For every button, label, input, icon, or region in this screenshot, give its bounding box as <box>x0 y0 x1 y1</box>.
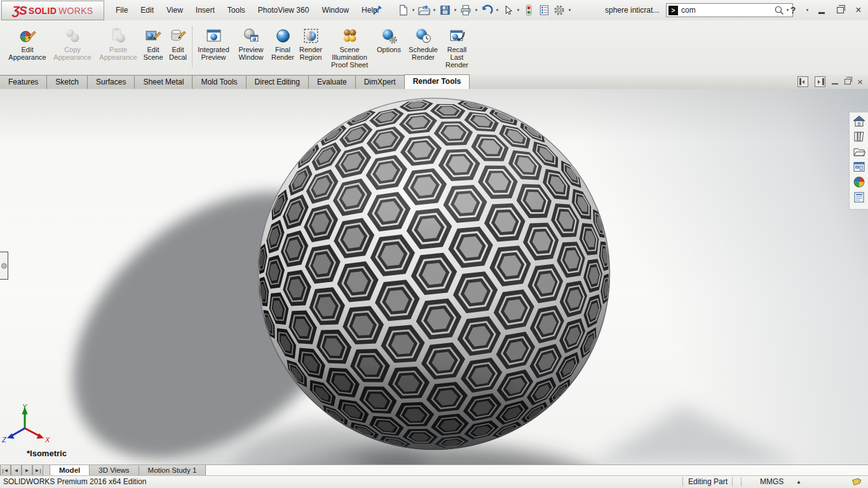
tab-nav-first-button[interactable]: |◄ <box>0 465 11 476</box>
tab-surfaces[interactable]: Surfaces <box>87 75 135 89</box>
button-label: Appearance <box>53 53 91 61</box>
options-button[interactable]: Options <box>374 24 404 53</box>
edit-decal-button[interactable]: Edit Decal <box>166 24 189 61</box>
doc-close-button[interactable]: × <box>857 78 863 86</box>
scene-illumination-proof-sheet-button[interactable]: Scene Illumination Proof Sheet <box>327 24 372 69</box>
new-dropdown-chevron[interactable]: ▾ <box>410 8 416 13</box>
help-dropdown-chevron[interactable]: ▾ <box>804 8 810 13</box>
button-label: Options <box>377 46 401 53</box>
print-dropdown-chevron[interactable]: ▾ <box>473 8 479 13</box>
search-input[interactable]: com <box>681 6 774 15</box>
button-label: Decal <box>169 53 187 61</box>
gear-dropdown-chevron[interactable]: ▾ <box>567 8 573 13</box>
view-palette-icon[interactable] <box>851 159 867 174</box>
recall-last-render-icon <box>449 24 466 46</box>
design-library-icon[interactable] <box>851 129 867 144</box>
tab-render-tools[interactable]: Render Tools <box>404 74 470 89</box>
search-commands-box[interactable]: > com ▾ <box>666 3 793 17</box>
menu-insert[interactable]: Insert <box>189 0 221 20</box>
button-label: Edit <box>147 46 159 53</box>
tab-sketch[interactable]: Sketch <box>46 75 88 89</box>
edit-decal-icon <box>170 24 187 46</box>
file-explorer-icon[interactable] <box>851 144 867 159</box>
tab-nav-next-button[interactable]: ► <box>22 465 32 476</box>
ribbon-separator <box>192 25 193 67</box>
button-label: Edit <box>172 46 184 53</box>
tab-sheet-metal[interactable]: Sheet Metal <box>134 75 193 89</box>
preview-window-button[interactable]: Preview Window <box>234 24 268 61</box>
command-manager-tabs: FeaturesSketchSurfacesSheet MetalMold To… <box>0 74 868 90</box>
schedule-render-icon <box>415 24 432 46</box>
solidworks-window: ƷS SOLIDWORKS File Edit View Insert Tool… <box>0 0 868 488</box>
restore-button[interactable] <box>833 4 847 17</box>
menu-window[interactable]: Window <box>315 0 355 20</box>
select-cursor-button[interactable] <box>501 3 515 17</box>
tab-nav-last-button[interactable]: ►| <box>32 465 43 476</box>
button-label: Preview <box>238 46 263 53</box>
xpert-options-icon[interactable] <box>537 3 551 17</box>
menu-photoview360[interactable]: PhotoView 360 <box>252 0 316 20</box>
viewport-canvas[interactable] <box>0 89 868 464</box>
close-button[interactable]: × <box>851 4 865 17</box>
custom-properties-icon[interactable] <box>851 190 867 205</box>
appearances-scenes-icon[interactable] <box>851 175 867 189</box>
tab-model[interactable]: Model <box>50 465 90 476</box>
tab-features[interactable]: Features <box>0 75 47 89</box>
collapse-left-pane-button[interactable] <box>797 76 808 87</box>
quick-toolbar: ▾ ▾ ▾ ▾ ▾ ▾ ▾ <box>395 2 573 18</box>
render-region-button[interactable]: Render Region <box>296 24 325 61</box>
doc-minimize-button[interactable] <box>832 83 838 85</box>
copy-appearance-icon <box>64 24 81 46</box>
minimize-button[interactable] <box>815 4 829 17</box>
tab-dimxpert[interactable]: DimXpert <box>355 75 405 89</box>
save-dropdown-chevron[interactable]: ▾ <box>452 8 458 13</box>
options-gear-icon[interactable] <box>552 3 566 17</box>
edit-scene-icon <box>145 24 162 46</box>
tab-mold-tools[interactable]: Mold Tools <box>192 75 246 89</box>
menu-tools[interactable]: Tools <box>221 0 252 20</box>
doc-restore-button[interactable] <box>844 79 851 85</box>
menu-file[interactable]: File <box>109 0 134 20</box>
pin-menu-icon[interactable] <box>372 4 383 16</box>
search-icon[interactable] <box>774 5 785 16</box>
menu-edit[interactable]: Edit <box>134 0 160 20</box>
final-render-button[interactable]: Final Render <box>269 24 296 61</box>
feature-tree-collapse-tab[interactable] <box>0 252 8 280</box>
title-bar: ƷS SOLIDWORKS File Edit View Insert Tool… <box>0 0 868 21</box>
edit-appearance-button[interactable]: Edit Appearance <box>6 24 48 61</box>
open-button[interactable] <box>417 3 431 17</box>
schedule-render-button[interactable]: Schedule Render <box>405 24 441 61</box>
button-label: Illumination <box>332 53 367 61</box>
undo-button[interactable] <box>480 3 494 17</box>
button-label: Paste <box>109 46 127 53</box>
logo-works-text: WORKS <box>58 6 93 16</box>
units-selector[interactable]: MMGS <box>760 476 783 488</box>
print-button[interactable] <box>459 3 473 17</box>
tag-icon[interactable] <box>851 477 862 488</box>
copy-appearance-button: Copy Appearance <box>50 24 95 61</box>
triad-y-label: Y <box>22 403 27 410</box>
units-dropdown-arrow[interactable]: ▲ <box>796 476 801 488</box>
save-button[interactable] <box>438 3 452 17</box>
integrated-preview-button[interactable]: Integrated Preview <box>194 24 233 61</box>
rebuild-traffic-light-icon[interactable] <box>522 3 536 17</box>
help-button[interactable]: ? <box>786 4 800 17</box>
tab-direct-editing[interactable]: Direct Editing <box>246 75 309 89</box>
select-dropdown-chevron[interactable]: ▾ <box>515 8 521 13</box>
button-label: Window <box>238 53 263 61</box>
tab-motion-study-1[interactable]: Motion Study 1 <box>139 465 207 476</box>
render-tools-ribbon: Edit Appearance Copy Appearance Paste Ap… <box>0 20 868 75</box>
new-document-button[interactable] <box>396 3 410 17</box>
undo-dropdown-chevron[interactable]: ▾ <box>494 8 500 13</box>
button-label: Scene <box>143 53 163 61</box>
menu-view[interactable]: View <box>160 0 189 20</box>
edit-scene-button[interactable]: Edit Scene <box>141 24 165 61</box>
tab-nav-prev-button[interactable]: ◄ <box>11 465 22 476</box>
collapse-right-pane-button[interactable] <box>815 76 825 87</box>
button-label: Preview <box>201 53 226 61</box>
open-dropdown-chevron[interactable]: ▾ <box>431 8 437 13</box>
tab-3d-views[interactable]: 3D Views <box>90 465 139 476</box>
tab-evaluate[interactable]: Evaluate <box>308 75 356 89</box>
recall-last-render-button[interactable]: Recall Last Render <box>442 24 471 69</box>
home-icon[interactable] <box>851 114 867 128</box>
